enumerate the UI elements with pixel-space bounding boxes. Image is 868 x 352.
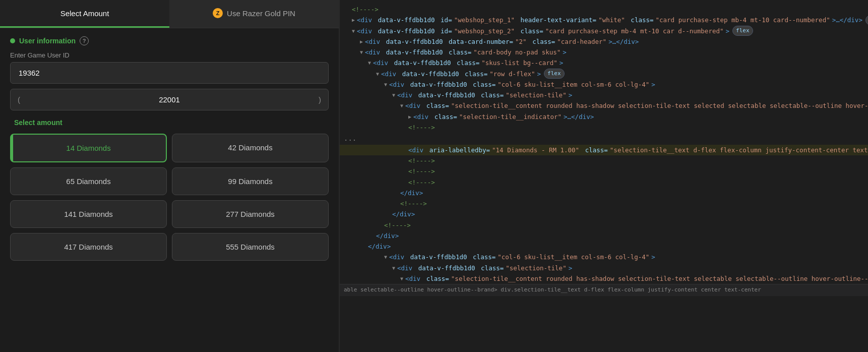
select-amount-label: Select amount	[14, 119, 63, 127]
code-line[interactable]: ▼ <div data-v-ffdbb1d0 id="webshop_step_…	[340, 26, 868, 36]
collapse-arrow[interactable]: ▼	[392, 91, 395, 99]
right-paren: )	[312, 89, 328, 110]
code-inspector[interactable]: <!----> ▶ <div data-v-ffdbb1d0 id="websh…	[340, 0, 868, 352]
flex-badge: flex	[865, 15, 868, 26]
diamond-tile-277[interactable]: 277 Diamonds	[172, 200, 329, 228]
collapse-arrow[interactable]: ▼	[376, 70, 379, 78]
diamond-tile-14-label: 14 Diamonds	[66, 144, 110, 152]
diamond-tile-65[interactable]: 65 Diamonds	[10, 167, 167, 195]
code-line[interactable]: ▼ <div data-v-ffdbb1d0 class="col-6 sku-…	[340, 252, 868, 262]
collapse-arrow[interactable]: ▶	[360, 37, 363, 46]
left-panel: Select Amount Z Use Razer Gold PIN User …	[0, 0, 339, 352]
code-line: <!---->	[340, 177, 868, 188]
code-line: </div>	[340, 230, 868, 241]
code-line: <!---->	[340, 155, 868, 166]
code-line: <!---->	[340, 220, 868, 230]
user-info-section-header: User information ?	[10, 36, 329, 45]
tab-select-amount[interactable]: Select Amount	[0, 0, 169, 28]
code-line-highlighted[interactable]: <div aria-labelledby="14 Diamonds - RM 1…	[340, 145, 868, 155]
collapse-arrow[interactable]: ▼	[384, 253, 387, 261]
diamond-tile-42-label: 42 Diamonds	[228, 143, 272, 152]
tabs-container: Select Amount Z Use Razer Gold PIN	[0, 0, 339, 28]
collapse-arrow[interactable]: ▼	[384, 80, 387, 89]
diamond-tile-14[interactable]: 14 Diamonds	[10, 134, 167, 162]
diamond-tile-555-label: 555 Diamonds	[226, 243, 275, 251]
code-line[interactable]: ▶ <div data-v-ffdbb1d0 id="webshop_step_…	[340, 15, 868, 25]
code-line[interactable]: ▼ <div class="selection-tile__content ro…	[340, 273, 868, 284]
collapse-arrow[interactable]: ▼	[360, 48, 363, 56]
code-line[interactable]: ▼ <div data-v-ffdbb1d0 class="selection-…	[340, 263, 868, 273]
diamond-tile-42[interactable]: 42 Diamonds	[172, 134, 329, 162]
code-line: <!---->	[340, 4, 868, 15]
diamonds-grid: 14 Diamonds 42 Diamonds 65 Diamonds 99 D…	[10, 134, 329, 261]
diamond-tile-141-label: 141 Diamonds	[64, 210, 113, 218]
game-user-id-input[interactable]	[10, 62, 329, 84]
tab-razer-gold-pin[interactable]: Z Use Razer Gold PIN	[169, 0, 339, 28]
code-line[interactable]: ▼ <div data-v-ffdbb1d0 class="col-6 sku-…	[340, 79, 868, 90]
collapse-arrow[interactable]: ▼	[400, 274, 403, 283]
code-line: <!---->	[340, 122, 868, 133]
code-line[interactable]: ▶ <div data-v-ffdbb1d0 data-card-number=…	[340, 36, 868, 47]
code-line[interactable]: ▼ <div data-v-ffdbb1d0 class="selection-…	[340, 90, 868, 100]
select-amount-header: Select amount	[10, 119, 329, 127]
right-panel: <!----> ▶ <div data-v-ffdbb1d0 id="websh…	[340, 0, 868, 352]
diamond-tile-99[interactable]: 99 Diamonds	[172, 167, 329, 195]
code-line-dots: ...	[340, 133, 868, 145]
user-info-label: User information	[19, 37, 76, 45]
help-icon[interactable]: ?	[80, 36, 89, 45]
code-line[interactable]: ▼ <div data-v-ffdbb1d0 class="skus-list …	[340, 57, 868, 68]
collapse-arrow[interactable]: ▶	[352, 16, 355, 24]
left-paren: (	[11, 89, 27, 110]
tab-select-amount-label: Select Amount	[60, 9, 109, 18]
diamond-tile-65-label: 65 Diamonds	[66, 177, 110, 186]
user-info-dot	[10, 38, 15, 43]
razer-gold-icon: Z	[213, 8, 223, 18]
code-line: </div>	[340, 188, 868, 198]
diamond-tile-99-label: 99 Diamonds	[228, 177, 272, 186]
server-id-row: ( )	[10, 89, 329, 110]
collapse-arrow[interactable]: ▼	[352, 27, 355, 35]
collapse-arrow[interactable]: ▼	[400, 101, 403, 110]
game-user-id-label: Enter Game User ID	[10, 51, 329, 59]
server-id-input[interactable]	[27, 95, 312, 104]
panel-content: User information ? Enter Game User ID ( …	[0, 28, 339, 352]
collapse-arrow[interactable]: ▼	[392, 264, 395, 272]
code-line[interactable]: ▼ <div data-v-ffdbb1d0 class="card-body …	[340, 47, 868, 57]
diamond-tile-417[interactable]: 417 Diamonds	[10, 233, 167, 261]
collapse-arrow[interactable]: ▶	[408, 112, 411, 121]
collapse-arrow[interactable]: ▼	[368, 58, 371, 67]
diamond-tile-277-label: 277 Diamonds	[226, 210, 275, 218]
code-line[interactable]: ▼ <div class="selection-tile__content ro…	[340, 100, 868, 111]
diamond-tile-555[interactable]: 555 Diamonds	[172, 233, 329, 261]
flex-badge: flex	[544, 69, 565, 79]
code-line: </div>	[340, 241, 868, 252]
code-line: </div>	[340, 209, 868, 219]
flex-badge: flex	[732, 26, 753, 36]
select-amount-section: Select amount 14 Diamonds 42 Diamonds 65…	[10, 119, 329, 261]
code-line: <!---->	[340, 198, 868, 209]
code-line: <!---->	[340, 166, 868, 177]
code-line[interactable]: ▼ <div data-v-ffdbb1d0 class="row d-flex…	[340, 69, 868, 79]
tab-razer-gold-pin-label: Use Razer Gold PIN	[227, 9, 295, 18]
diamond-tile-141[interactable]: 141 Diamonds	[10, 200, 167, 228]
status-bar: able selectable--outline hover-outline--…	[340, 284, 868, 296]
code-line[interactable]: ▶ <div class="selection-tile__indicator"…	[340, 111, 868, 122]
diamond-tile-417-label: 417 Diamonds	[64, 243, 113, 251]
